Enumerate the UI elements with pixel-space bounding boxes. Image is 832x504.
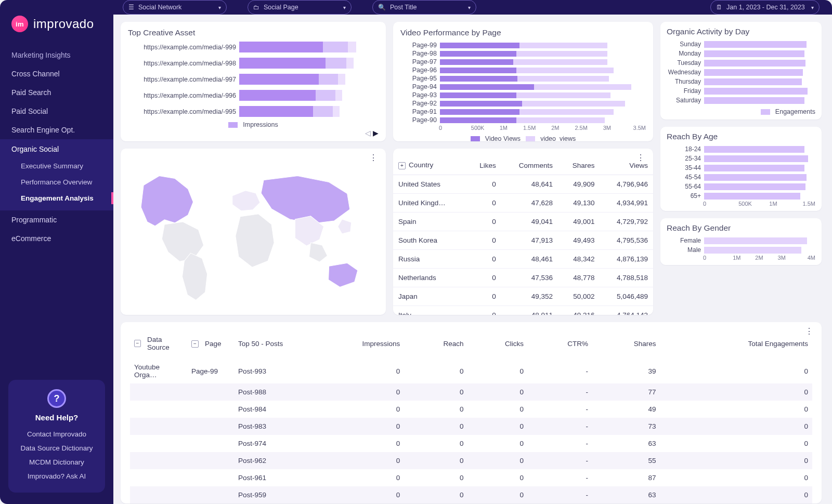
sidebar-item-organic-social[interactable]: Organic Social <box>0 139 113 158</box>
table-row[interactable]: Post-974000-630 <box>130 435 812 452</box>
hbar-label: 55-64 <box>667 183 701 190</box>
col-post[interactable]: Top 50 - Posts <box>234 330 302 359</box>
hbar-track <box>704 165 815 171</box>
hbar-track <box>704 41 815 48</box>
table-row[interactable]: Post-961000-870 <box>130 469 812 486</box>
hbar-row: 18-24 <box>667 145 815 153</box>
filter-page[interactable]: 🗀 Social Page ▾ <box>248 0 352 15</box>
sidebar-subitem[interactable]: Performance Overview <box>0 174 113 190</box>
col-shares[interactable]: Shares <box>592 330 660 359</box>
hbar-label: Page-92 <box>400 100 437 107</box>
hbar-label: Page-90 <box>400 116 437 124</box>
hbar-label: https://example.com/media/-996 <box>128 92 236 99</box>
world-map[interactable] <box>128 155 379 310</box>
sidebar-item[interactable]: Search Engine Opt. <box>0 121 113 139</box>
hbar-row: Page-91 <box>400 108 646 115</box>
hbar-track <box>704 78 815 85</box>
table-row[interactable]: South Korea047,91349,4934,795,536 <box>393 231 653 250</box>
card-organic-day: Organic Activity by Day SundayMondayTues… <box>660 22 822 120</box>
col-engagements[interactable]: Total Engagements <box>660 330 812 359</box>
hbar-track <box>239 42 379 52</box>
posts-table: −Data Source −Page Top 50 - Posts Impres… <box>130 330 812 503</box>
help-link[interactable]: Data Source Dictionary <box>16 441 98 455</box>
sidebar-item[interactable]: Programmatic <box>0 210 113 229</box>
col-clicks[interactable]: Clicks <box>468 330 528 359</box>
kebab-icon[interactable]: ⋮ <box>636 157 645 159</box>
col-ctr[interactable]: CTR% <box>528 330 592 359</box>
filter-page-label: Social Page <box>264 4 298 11</box>
sidebar-item[interactable]: Paid Search <box>0 83 113 102</box>
hbar-track <box>704 50 815 57</box>
hbar-track <box>704 88 815 95</box>
col-impressions[interactable]: Impressions <box>302 330 404 359</box>
hbar-label: Monday <box>667 50 701 57</box>
help-link[interactable]: Contact Improvado <box>16 427 98 441</box>
sidebar-item[interactable]: Paid Social <box>0 102 113 121</box>
hbar-track <box>704 247 815 254</box>
table-row[interactable]: United Kingd…047,62849,1304,934,991 <box>393 194 653 213</box>
hbar-row: Page-97 <box>400 58 646 65</box>
country-col[interactable]: Shares <box>558 156 600 175</box>
filter-network[interactable]: ☰ Social Network ▾ <box>123 0 227 15</box>
hbar-label: https://example.com/media/-997 <box>128 76 236 83</box>
table-row[interactable]: Post-983000-730 <box>130 418 812 435</box>
collapse-icon[interactable]: − <box>134 340 141 347</box>
sidebar-subitem[interactable]: Engagement Analysis <box>0 190 113 206</box>
table-row[interactable]: Post-959000-630 <box>130 486 812 503</box>
help-link[interactable]: MCDM Dictionary <box>16 455 98 469</box>
hbar-track <box>704 60 815 67</box>
legend-swatch <box>761 109 770 115</box>
col-data-source[interactable]: Data Source <box>147 336 183 351</box>
chart-pager[interactable]: ◁ ▶ <box>365 129 379 137</box>
filter-post[interactable]: 🔍 Post Title ▾ <box>372 0 476 15</box>
hbar-row: https://example.com/media/-997 <box>128 74 379 85</box>
table-row[interactable]: United States048,64149,9094,796,946 <box>393 175 653 194</box>
country-table: +CountryLikesCommentsSharesViews United … <box>393 156 653 315</box>
table-row[interactable]: Post-984000-490 <box>130 401 812 418</box>
filter-date-range[interactable]: 🗓 Jan 1, 2023 - Dec 31, 2023 ▾ <box>710 0 820 15</box>
kebab-icon[interactable]: ⋮ <box>369 157 378 159</box>
help-icon[interactable]: ? <box>47 389 66 408</box>
hbar-row: Page-90 <box>400 116 646 124</box>
table-row[interactable]: Post-988000-770 <box>130 383 812 401</box>
hbar-row: Friday <box>667 87 815 95</box>
table-row[interactable]: Netherlands047,53648,7784,788,518 <box>393 269 653 287</box>
table-row[interactable]: Japan049,35250,0025,046,489 <box>393 287 653 306</box>
hbar-row: Sunday <box>667 41 815 48</box>
country-col[interactable]: Comments <box>501 156 558 175</box>
hbar-row: https://example.com/media/-996 <box>128 90 379 101</box>
sidebar-item[interactable]: eCommerce <box>0 229 113 248</box>
table-row[interactable]: Post-962000-550 <box>130 452 812 469</box>
kebab-icon[interactable]: ⋮ <box>805 330 813 333</box>
table-row[interactable]: Italy048,01149,3164,764,143 <box>393 306 653 315</box>
help-link[interactable]: Improvado? Ask AI <box>16 469 98 483</box>
country-col[interactable]: +Country <box>393 156 467 175</box>
main: ☰ Social Network ▾ 🗀 Social Page ▾ 🔍 Pos… <box>113 0 832 504</box>
expand-icon[interactable]: + <box>398 162 406 169</box>
table-row[interactable]: Youtube Orga…Page-99Post-993000-390 <box>130 359 812 383</box>
sidebar-subitem[interactable]: Executive Summary <box>0 158 113 174</box>
collapse-icon[interactable]: − <box>191 340 199 348</box>
card-title: Reach By Gender <box>667 223 815 233</box>
col-page[interactable]: Page <box>205 340 222 348</box>
help-title: Need Help? <box>16 413 98 422</box>
hbar-label: Tuesday <box>667 59 701 67</box>
legend-swatch <box>526 136 535 142</box>
country-col[interactable]: Likes <box>467 156 501 175</box>
legend-swatch <box>228 122 238 128</box>
hbar-row: Page-94 <box>400 83 646 90</box>
table-row[interactable]: Russia048,46148,3424,876,139 <box>393 250 653 269</box>
hbar-row: https://example.com/media/-999 <box>128 42 379 52</box>
col-reach[interactable]: Reach <box>404 330 467 359</box>
hbar-label: Saturday <box>667 97 701 104</box>
hbar-row: Page-95 <box>400 75 646 82</box>
hbar-label: Page-93 <box>400 91 437 99</box>
hbar-label: Page-95 <box>400 75 437 82</box>
country-col[interactable]: Views <box>600 156 653 175</box>
hbar-label: Female <box>667 237 701 244</box>
table-row[interactable]: Spain049,04149,0014,729,792 <box>393 213 653 231</box>
sidebar-item[interactable]: Cross Channel <box>0 64 113 83</box>
chevron-down-icon: ▾ <box>468 5 471 10</box>
hbar-label: Page-98 <box>400 50 437 57</box>
card-video-performance: Video Performance by Page Page-99Page-98… <box>393 22 653 141</box>
